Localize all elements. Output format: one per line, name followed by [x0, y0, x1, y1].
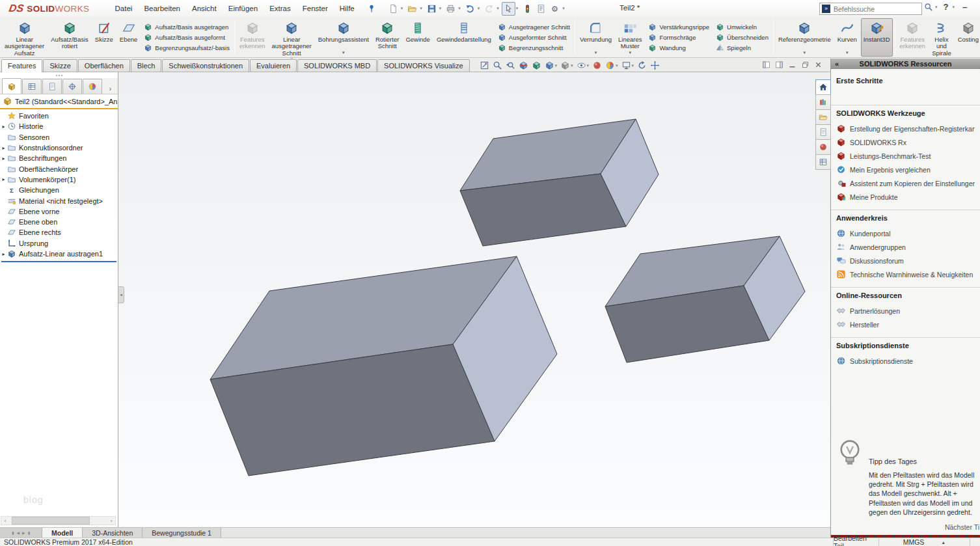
print-button[interactable] — [444, 2, 457, 16]
resources-home-tab[interactable] — [815, 79, 831, 95]
verrundung-button[interactable]: Verrundung▾ — [577, 18, 614, 57]
design-library-tab[interactable] — [815, 94, 831, 110]
mein-ergebnis-vergleichen-link[interactable]: Mein Ergebnis vergleichen — [836, 163, 975, 176]
minimize-app-button[interactable]: – — [959, 2, 971, 12]
partnerlösungen-link[interactable]: Partnerlösungen — [836, 304, 975, 318]
tab-oberflächen[interactable]: Oberflächen — [78, 59, 130, 72]
tree-item-sensoren[interactable]: Sensoren — [0, 132, 118, 143]
featuremanager-tab[interactable] — [2, 78, 21, 94]
pane-right-button[interactable] — [775, 61, 783, 69]
helix-und-spirale-button[interactable]: Helix und Spirale — [929, 18, 954, 57]
pin-menu-icon[interactable] — [367, 4, 376, 13]
tab-solidworks-mbd[interactable]: SOLIDWORKS MBD — [297, 59, 377, 72]
menu-datei[interactable]: Datei — [109, 1, 139, 16]
subskriptionsdienste-link[interactable]: Subskriptionsdienste — [836, 354, 975, 368]
tree-item-aufsatz-linear-austragen1[interactable]: ▸ Aufsatz-Linear austragen1 — [0, 249, 118, 259]
feature-tree-root[interactable]: Teil2 (Standard<<Standard>_Anzeigesta — [0, 94, 118, 109]
tree-item-oberflächenkörper[interactable]: Oberflächenkörper — [0, 163, 118, 174]
zoom-to-fit-button[interactable] — [480, 61, 489, 70]
hide-show-items-button[interactable]: ▾ — [577, 61, 590, 70]
aufsatz-basis-ausgetragen-button[interactable]: Aufsatz/Basis ausgetragen — [143, 22, 231, 33]
restore-window-button[interactable] — [801, 61, 810, 69]
tab-blech[interactable]: Blech — [131, 59, 162, 72]
technische-warnhinweise-neuigkeiten-link[interactable]: Technische Warnhinweise & Neuigkeiten — [836, 267, 975, 281]
custom-properties-tab[interactable] — [815, 154, 831, 170]
open-button[interactable] — [405, 2, 419, 16]
hersteller-link[interactable]: Hersteller — [836, 318, 975, 331]
tree-item-ursprung[interactable]: Ursprung — [0, 238, 118, 249]
undo-dropdown-icon[interactable]: ▾ — [478, 6, 480, 11]
features-erkennen-button[interactable]: Features erkennen — [237, 18, 268, 57]
displaymanager-tab[interactable] — [83, 79, 102, 94]
expander-icon[interactable]: ▸ — [0, 176, 7, 182]
options-button[interactable]: ⚙ — [548, 2, 562, 16]
model-tab-scroll[interactable]: ▮◀▶▮ — [0, 528, 42, 538]
scrollbar-thumb[interactable] — [12, 517, 90, 525]
help-button[interactable]: ? — [942, 2, 951, 12]
anwendergruppen-link[interactable]: Anwendergruppen — [836, 240, 975, 254]
new-document-dropdown-icon[interactable]: ▾ — [401, 6, 403, 11]
expander-icon[interactable]: ▸ — [0, 145, 7, 151]
spiegeln-button[interactable]: Spiegeln — [715, 43, 770, 53]
gewinde-button[interactable]: Gewinde — [403, 18, 433, 57]
begrenzungsschnitt-button[interactable]: Begrenzungsschnitt — [497, 43, 571, 53]
model-tab-3d-ansichten[interactable]: 3D-Ansichten — [83, 528, 143, 538]
tree-item-historie[interactable]: ▸Historie — [0, 121, 118, 131]
kurven-button[interactable]: Kurven▾ — [835, 18, 860, 57]
tree-horizontal-scrollbar[interactable]: ‹ › — [1, 516, 116, 525]
menu-einfügen[interactable]: Einfügen — [223, 1, 264, 16]
collapse-panel-button[interactable]: « — [831, 60, 843, 68]
propertymanager-tab[interactable] — [22, 79, 42, 94]
search-icon[interactable] — [924, 3, 933, 12]
close-window-button[interactable] — [814, 61, 823, 69]
features-erkennen-button[interactable]: Features erkennen — [897, 18, 929, 57]
skizze-button[interactable]: Skizze — [92, 18, 116, 57]
tree-item-ebene-vorne[interactable]: Ebene vorne — [0, 206, 118, 217]
display-style-button[interactable]: ▾ — [560, 61, 573, 70]
lineares-muster-button[interactable]: Lineares Muster▾ — [616, 18, 644, 57]
ebene-button[interactable]: Ebene — [117, 18, 140, 57]
graphics-viewport[interactable]: ◂ — [118, 72, 830, 527]
redo-button[interactable] — [482, 2, 496, 16]
zoom-to-area-button[interactable] — [493, 61, 502, 70]
menu-hilfe[interactable]: Hilfe — [334, 1, 361, 16]
assistent-zum-kopieren-der-einstellungen-link[interactable]: ⚙Assistent zum Kopieren der Einstellunge… — [836, 176, 975, 190]
edit-appearance-button[interactable] — [592, 61, 602, 70]
view-settings-button[interactable]: ▾ — [621, 61, 634, 70]
tab-evaluieren[interactable]: Evaluieren — [250, 59, 297, 72]
menu-ansicht[interactable]: Ansicht — [186, 1, 223, 16]
bohrungsassistent-button[interactable]: Bohrungsassistent▾ — [316, 18, 372, 57]
meine-produkte-link[interactable]: Meine Produkte — [836, 190, 975, 204]
tree-item-material-nicht-festgelegt[interactable]: Material <nicht festgelegt> — [0, 195, 118, 206]
linear-ausgetragener-schnitt-button[interactable]: Linear ausgetragener Schnitt▾ — [269, 18, 314, 57]
scroll-left-icon[interactable]: ‹ — [1, 518, 9, 524]
expander-icon[interactable]: ▸ — [0, 251, 7, 257]
überschneiden-button[interactable]: Überschneiden — [715, 33, 770, 43]
panel-splitter-handle[interactable]: ◂ — [118, 286, 124, 303]
kundenportal-link[interactable]: Kundenportal — [836, 226, 975, 240]
search-input[interactable] — [832, 5, 921, 14]
search-scope-icon[interactable]: » — [822, 5, 830, 13]
configurationmanager-tab[interactable] — [42, 79, 62, 94]
tree-item-volumenkörper-1[interactable]: ▸Volumenkörper(1) — [0, 174, 118, 185]
select-button[interactable] — [502, 2, 515, 16]
formschräge-button[interactable]: Formschräge — [647, 33, 711, 43]
panel-expand-chevron[interactable]: › — [107, 84, 114, 94]
search-dropdown-icon[interactable]: ▾ — [935, 5, 938, 10]
undo-button[interactable] — [463, 2, 477, 16]
tree-item-konstruktionsordner[interactable]: ▸Konstruktionsordner — [0, 143, 118, 153]
diskussionsforum-link[interactable]: Diskussionsforum — [836, 254, 975, 267]
ausgetragener-schnitt-button[interactable]: Ausgetragener Schnitt — [497, 22, 571, 33]
tab-schweißkonstruktionen[interactable]: Schweißkonstruktionen — [162, 59, 249, 72]
view-palette-tab[interactable] — [815, 124, 831, 140]
next-tip-link[interactable]: Nächster Ti — [835, 523, 979, 531]
dimxpertmanager-tab[interactable] — [62, 79, 82, 94]
options-dropdown-icon[interactable]: ▾ — [562, 6, 565, 11]
rollback-bar[interactable] — [1, 261, 116, 262]
pan-button[interactable] — [650, 61, 660, 70]
model-tab-bewegungsstudie-1[interactable]: Bewegungsstudie 1 — [143, 528, 221, 538]
menu-extras[interactable]: Extras — [264, 1, 297, 16]
open-dropdown-icon[interactable]: ▾ — [420, 6, 422, 11]
appearances-scenes-tab[interactable] — [815, 139, 831, 155]
tree-item-gleichungen[interactable]: ΣGleichungen — [0, 185, 118, 195]
